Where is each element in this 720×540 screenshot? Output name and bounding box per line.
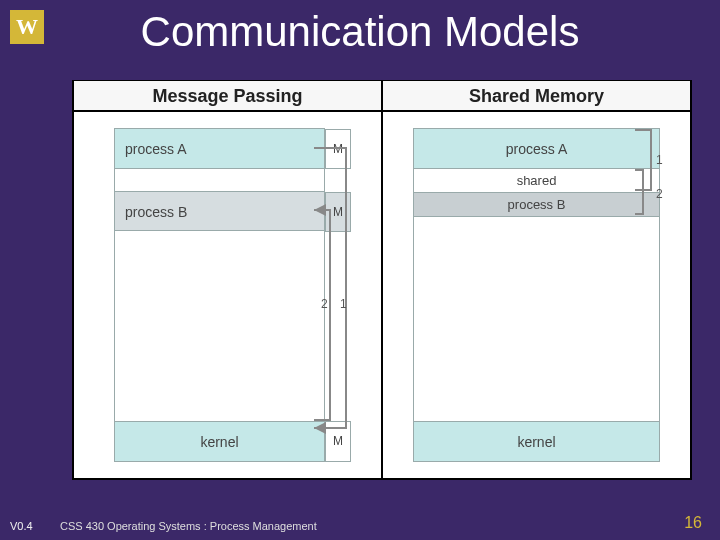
models-table: Message Passing Shared Memory process A …	[72, 80, 692, 480]
message-passing-diagram: process A M process B M kernel M	[114, 128, 351, 462]
sm-bracket-1-label: 1	[656, 153, 663, 167]
shared-memory-diagram: process A shared process B kernel	[413, 128, 660, 462]
table-body: process A M process B M kernel M	[73, 112, 691, 479]
slide-title: Communication Models	[0, 8, 720, 56]
sm-bracket-2-label: 2	[656, 187, 663, 201]
cell-message-passing: process A M process B M kernel M	[73, 112, 382, 479]
version-label: V0.4	[10, 520, 33, 532]
header-message-passing: Message Passing	[73, 80, 382, 112]
page-number: 16	[684, 514, 702, 532]
cell-shared-memory: process A shared process B kernel	[382, 112, 691, 479]
mp-arrow-1-label: 1	[340, 297, 347, 311]
sm-brackets: 1 2	[413, 128, 660, 462]
mp-arrows: 1 2	[114, 128, 351, 462]
mp-arrow-2-label: 2	[321, 297, 328, 311]
table-header: Message Passing Shared Memory	[73, 80, 691, 112]
header-shared-memory: Shared Memory	[382, 80, 691, 112]
footer-text: CSS 430 Operating Systems : Process Mana…	[60, 520, 317, 532]
